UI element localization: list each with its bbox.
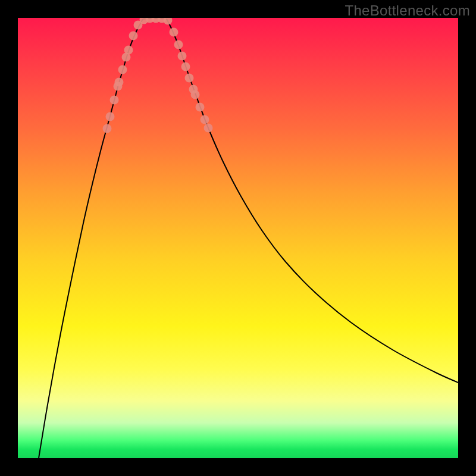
sample-dot [124,46,133,55]
bottleneck-curve-svg [18,18,458,458]
sample-dot [110,96,119,105]
sample-dot [196,103,205,112]
sample-dot [181,62,190,71]
sample-dot [164,18,173,25]
sample-dot [129,32,138,40]
sample-dot [191,90,200,99]
sample-dot [115,78,124,87]
sample-dot [178,52,187,61]
curve-left-arm [39,19,143,458]
sample-dot [106,112,115,121]
sample-dots-group [103,18,213,133]
sample-dot [170,28,178,37]
sample-dot [185,74,194,83]
chart-area [18,18,458,458]
sample-dot [103,124,112,133]
watermark-text: TheBottleneck.com [345,2,470,19]
sample-dot [174,40,183,49]
sample-dot [201,115,209,124]
sample-dot [204,124,213,133]
sample-dot [118,65,127,74]
curve-right-arm [167,19,458,383]
